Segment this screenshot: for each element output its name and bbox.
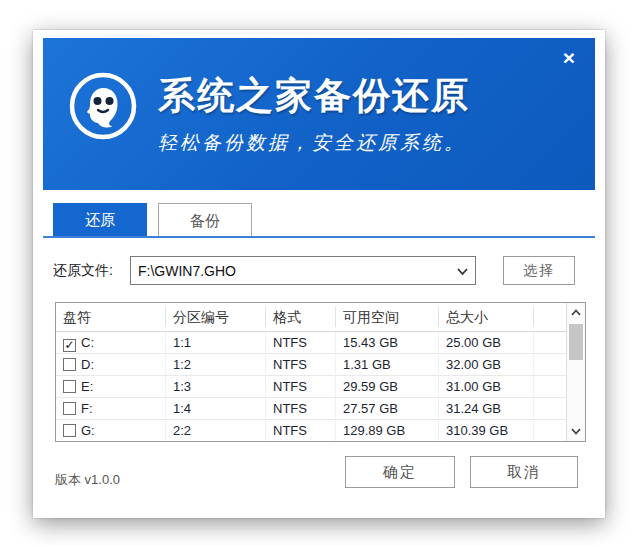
cell-format: NTFS	[266, 376, 336, 398]
restore-file-label: 还原文件:	[53, 262, 113, 280]
tab-bar: 还原 备份	[53, 203, 252, 237]
row-checkbox[interactable]	[63, 358, 76, 371]
cell-drive-wrap: D:	[56, 354, 166, 376]
cell-partition: 1:3	[166, 376, 266, 398]
row-checkbox[interactable]	[63, 380, 76, 393]
scroll-up-icon[interactable]	[567, 304, 585, 321]
table-row[interactable]: E: 1:3 NTFS 29.59 GB 31.00 GB	[56, 376, 585, 398]
cell-drive: F:	[81, 401, 93, 416]
cell-free: 15.43 GB	[336, 332, 439, 354]
app-title: 系统之家备份还原	[158, 71, 578, 121]
cell-drive-wrap: G:	[56, 420, 166, 442]
column-header-partition[interactable]: 分区编号	[166, 307, 266, 327]
column-header-free[interactable]: 可用空间	[336, 307, 439, 327]
scroll-down-icon[interactable]	[567, 423, 585, 440]
cell-free: 1.31 GB	[336, 354, 439, 376]
version-label: 版本 v1.0.0	[55, 471, 120, 489]
cell-format: NTFS	[266, 354, 336, 376]
ghost-logo-icon	[67, 70, 139, 142]
cell-total: 32.00 GB	[439, 354, 534, 376]
cell-drive: C:	[81, 335, 94, 350]
table-row[interactable]: G: 2:2 NTFS 129.89 GB 310.39 GB	[56, 420, 585, 442]
cell-free: 27.57 GB	[336, 398, 439, 420]
app-header: × 系统之家备份还原 轻松备份数据，安全还原系统。	[43, 38, 595, 190]
chevron-down-icon[interactable]	[456, 265, 469, 278]
title-block: 系统之家备份还原 轻松备份数据，安全还原系统。	[158, 71, 578, 156]
scrollbar-thumb[interactable]	[569, 324, 583, 360]
column-header-total[interactable]: 总大小	[439, 307, 534, 327]
table-row[interactable]: D: 1:2 NTFS 1.31 GB 32.00 GB	[56, 354, 585, 376]
column-header-drive[interactable]: 盘符	[56, 307, 166, 327]
tab-restore[interactable]: 还原	[53, 203, 147, 237]
cell-drive: G:	[81, 423, 95, 438]
cell-format: NTFS	[266, 420, 336, 442]
table-row[interactable]: F: 1:4 NTFS 27.57 GB 31.24 GB	[56, 398, 585, 420]
tab-backup[interactable]: 备份	[158, 203, 252, 237]
restore-file-row: 还原文件: F:\GWIN7.GHO 选择	[53, 256, 585, 286]
cell-total: 25.00 GB	[439, 332, 534, 354]
close-icon[interactable]: ×	[555, 44, 583, 72]
drive-table-header: 盘符 分区编号 格式 可用空间 总大小	[56, 303, 585, 332]
cell-drive-wrap: F:	[56, 398, 166, 420]
row-checkbox[interactable]	[63, 402, 76, 415]
cell-free: 129.89 GB	[336, 420, 439, 442]
cell-drive-wrap: ✓C:	[56, 332, 166, 354]
cell-total: 310.39 GB	[439, 420, 534, 442]
ok-button[interactable]: 确定	[345, 456, 455, 488]
cell-partition: 1:4	[166, 398, 266, 420]
table-row[interactable]: ✓C: 1:1 NTFS 15.43 GB 25.00 GB	[56, 332, 585, 354]
cell-partition: 1:1	[166, 332, 266, 354]
cell-partition: 2:2	[166, 420, 266, 442]
checkmark-icon: ✓	[64, 338, 74, 352]
cell-total: 31.00 GB	[439, 376, 534, 398]
cell-drive: D:	[81, 357, 94, 372]
cell-format: NTFS	[266, 398, 336, 420]
select-file-button[interactable]: 选择	[503, 256, 575, 285]
restore-file-combobox[interactable]: F:\GWIN7.GHO	[130, 256, 476, 285]
drive-table: 盘符 分区编号 格式 可用空间 总大小 ✓C: 1:1 NTFS 15.43 G…	[55, 302, 586, 442]
app-window: × 系统之家备份还原 轻松备份数据，安全还原系统。 还原 备份 还原文件: F:…	[33, 30, 605, 518]
cancel-button[interactable]: 取消	[470, 456, 578, 488]
row-checkbox[interactable]	[63, 424, 76, 437]
cell-drive: E:	[81, 379, 93, 394]
cell-drive-wrap: E:	[56, 376, 166, 398]
cell-free: 29.59 GB	[336, 376, 439, 398]
cell-format: NTFS	[266, 332, 336, 354]
cell-partition: 1:2	[166, 354, 266, 376]
table-scrollbar[interactable]	[566, 303, 585, 441]
app-subtitle: 轻松备份数据，安全还原系统。	[158, 130, 578, 156]
restore-file-value: F:\GWIN7.GHO	[138, 263, 236, 279]
drive-table-body: ✓C: 1:1 NTFS 15.43 GB 25.00 GB D: 1:2 NT…	[56, 332, 585, 442]
column-header-format[interactable]: 格式	[266, 307, 336, 327]
cell-total: 31.24 GB	[439, 398, 534, 420]
tab-underline	[43, 236, 595, 238]
row-checkbox[interactable]: ✓	[63, 339, 76, 352]
